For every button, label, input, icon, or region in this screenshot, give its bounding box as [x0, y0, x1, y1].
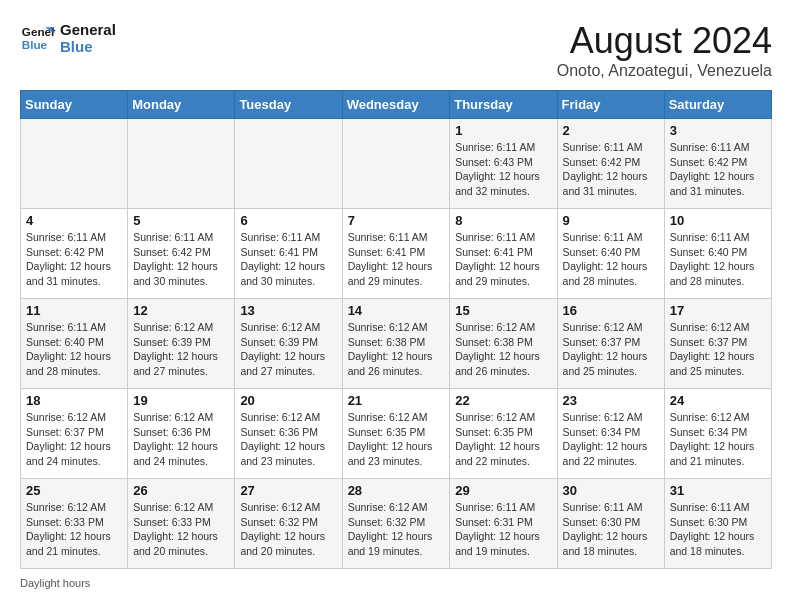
logo: General Blue General Blue: [20, 20, 116, 56]
day-detail: Sunrise: 6:12 AM Sunset: 6:35 PM Dayligh…: [455, 410, 551, 469]
day-number: 7: [348, 213, 445, 228]
day-cell: 16Sunrise: 6:12 AM Sunset: 6:37 PM Dayli…: [557, 299, 664, 389]
calendar-body: 1Sunrise: 6:11 AM Sunset: 6:43 PM Daylig…: [21, 119, 772, 569]
day-detail: Sunrise: 6:11 AM Sunset: 6:40 PM Dayligh…: [563, 230, 659, 289]
calendar-header: SundayMondayTuesdayWednesdayThursdayFrid…: [21, 91, 772, 119]
day-cell: 6Sunrise: 6:11 AM Sunset: 6:41 PM Daylig…: [235, 209, 342, 299]
day-detail: Sunrise: 6:12 AM Sunset: 6:36 PM Dayligh…: [133, 410, 229, 469]
title-area: August 2024 Onoto, Anzoategui, Venezuela: [557, 20, 772, 80]
header-cell-wednesday: Wednesday: [342, 91, 450, 119]
day-cell: 24Sunrise: 6:12 AM Sunset: 6:34 PM Dayli…: [664, 389, 771, 479]
header-cell-thursday: Thursday: [450, 91, 557, 119]
day-detail: Sunrise: 6:11 AM Sunset: 6:40 PM Dayligh…: [670, 230, 766, 289]
day-number: 18: [26, 393, 122, 408]
day-detail: Sunrise: 6:12 AM Sunset: 6:38 PM Dayligh…: [348, 320, 445, 379]
day-number: 25: [26, 483, 122, 498]
day-number: 30: [563, 483, 659, 498]
day-cell: 18Sunrise: 6:12 AM Sunset: 6:37 PM Dayli…: [21, 389, 128, 479]
day-number: 13: [240, 303, 336, 318]
day-cell: 9Sunrise: 6:11 AM Sunset: 6:40 PM Daylig…: [557, 209, 664, 299]
day-detail: Sunrise: 6:11 AM Sunset: 6:31 PM Dayligh…: [455, 500, 551, 559]
day-cell: 22Sunrise: 6:12 AM Sunset: 6:35 PM Dayli…: [450, 389, 557, 479]
day-number: 16: [563, 303, 659, 318]
day-number: 3: [670, 123, 766, 138]
day-cell: [342, 119, 450, 209]
day-detail: Sunrise: 6:12 AM Sunset: 6:35 PM Dayligh…: [348, 410, 445, 469]
day-number: 10: [670, 213, 766, 228]
day-number: 17: [670, 303, 766, 318]
day-number: 26: [133, 483, 229, 498]
day-cell: 31Sunrise: 6:11 AM Sunset: 6:30 PM Dayli…: [664, 479, 771, 569]
day-cell: 12Sunrise: 6:12 AM Sunset: 6:39 PM Dayli…: [128, 299, 235, 389]
week-row-1: 4Sunrise: 6:11 AM Sunset: 6:42 PM Daylig…: [21, 209, 772, 299]
day-detail: Sunrise: 6:12 AM Sunset: 6:33 PM Dayligh…: [133, 500, 229, 559]
header-cell-saturday: Saturday: [664, 91, 771, 119]
day-detail: Sunrise: 6:11 AM Sunset: 6:42 PM Dayligh…: [133, 230, 229, 289]
day-detail: Sunrise: 6:11 AM Sunset: 6:41 PM Dayligh…: [240, 230, 336, 289]
day-cell: 13Sunrise: 6:12 AM Sunset: 6:39 PM Dayli…: [235, 299, 342, 389]
day-detail: Sunrise: 6:12 AM Sunset: 6:34 PM Dayligh…: [563, 410, 659, 469]
calendar-table: SundayMondayTuesdayWednesdayThursdayFrid…: [20, 90, 772, 569]
header-cell-monday: Monday: [128, 91, 235, 119]
location-title: Onoto, Anzoategui, Venezuela: [557, 62, 772, 80]
week-row-3: 18Sunrise: 6:12 AM Sunset: 6:37 PM Dayli…: [21, 389, 772, 479]
day-detail: Sunrise: 6:12 AM Sunset: 6:38 PM Dayligh…: [455, 320, 551, 379]
day-number: 2: [563, 123, 659, 138]
day-number: 11: [26, 303, 122, 318]
day-cell: [128, 119, 235, 209]
day-cell: 21Sunrise: 6:12 AM Sunset: 6:35 PM Dayli…: [342, 389, 450, 479]
svg-text:Blue: Blue: [22, 38, 48, 51]
day-cell: 7Sunrise: 6:11 AM Sunset: 6:41 PM Daylig…: [342, 209, 450, 299]
day-cell: 17Sunrise: 6:12 AM Sunset: 6:37 PM Dayli…: [664, 299, 771, 389]
day-cell: 14Sunrise: 6:12 AM Sunset: 6:38 PM Dayli…: [342, 299, 450, 389]
day-detail: Sunrise: 6:11 AM Sunset: 6:41 PM Dayligh…: [455, 230, 551, 289]
day-number: 22: [455, 393, 551, 408]
day-number: 20: [240, 393, 336, 408]
day-detail: Sunrise: 6:11 AM Sunset: 6:42 PM Dayligh…: [26, 230, 122, 289]
day-cell: 5Sunrise: 6:11 AM Sunset: 6:42 PM Daylig…: [128, 209, 235, 299]
day-cell: 10Sunrise: 6:11 AM Sunset: 6:40 PM Dayli…: [664, 209, 771, 299]
day-detail: Sunrise: 6:12 AM Sunset: 6:39 PM Dayligh…: [240, 320, 336, 379]
logo-line1: General: [60, 21, 116, 38]
day-number: 19: [133, 393, 229, 408]
day-cell: 29Sunrise: 6:11 AM Sunset: 6:31 PM Dayli…: [450, 479, 557, 569]
day-cell: 3Sunrise: 6:11 AM Sunset: 6:42 PM Daylig…: [664, 119, 771, 209]
day-number: 23: [563, 393, 659, 408]
day-detail: Sunrise: 6:12 AM Sunset: 6:37 PM Dayligh…: [670, 320, 766, 379]
svg-text:General: General: [22, 25, 56, 38]
day-detail: Sunrise: 6:12 AM Sunset: 6:32 PM Dayligh…: [348, 500, 445, 559]
header-cell-friday: Friday: [557, 91, 664, 119]
day-number: 5: [133, 213, 229, 228]
day-detail: Sunrise: 6:11 AM Sunset: 6:42 PM Dayligh…: [563, 140, 659, 199]
month-title: August 2024: [557, 20, 772, 62]
day-number: 15: [455, 303, 551, 318]
day-number: 8: [455, 213, 551, 228]
day-number: 14: [348, 303, 445, 318]
day-number: 29: [455, 483, 551, 498]
day-number: 24: [670, 393, 766, 408]
day-cell: 8Sunrise: 6:11 AM Sunset: 6:41 PM Daylig…: [450, 209, 557, 299]
day-detail: Sunrise: 6:11 AM Sunset: 6:42 PM Dayligh…: [670, 140, 766, 199]
day-cell: [235, 119, 342, 209]
day-cell: 23Sunrise: 6:12 AM Sunset: 6:34 PM Dayli…: [557, 389, 664, 479]
day-cell: 2Sunrise: 6:11 AM Sunset: 6:42 PM Daylig…: [557, 119, 664, 209]
day-cell: 27Sunrise: 6:12 AM Sunset: 6:32 PM Dayli…: [235, 479, 342, 569]
day-cell: [21, 119, 128, 209]
day-detail: Sunrise: 6:12 AM Sunset: 6:33 PM Dayligh…: [26, 500, 122, 559]
day-detail: Sunrise: 6:11 AM Sunset: 6:40 PM Dayligh…: [26, 320, 122, 379]
day-detail: Sunrise: 6:11 AM Sunset: 6:30 PM Dayligh…: [670, 500, 766, 559]
day-detail: Sunrise: 6:12 AM Sunset: 6:36 PM Dayligh…: [240, 410, 336, 469]
day-detail: Sunrise: 6:12 AM Sunset: 6:37 PM Dayligh…: [26, 410, 122, 469]
day-number: 6: [240, 213, 336, 228]
header-cell-sunday: Sunday: [21, 91, 128, 119]
week-row-2: 11Sunrise: 6:11 AM Sunset: 6:40 PM Dayli…: [21, 299, 772, 389]
day-cell: 19Sunrise: 6:12 AM Sunset: 6:36 PM Dayli…: [128, 389, 235, 479]
day-number: 21: [348, 393, 445, 408]
day-number: 12: [133, 303, 229, 318]
day-number: 27: [240, 483, 336, 498]
day-cell: 1Sunrise: 6:11 AM Sunset: 6:43 PM Daylig…: [450, 119, 557, 209]
logo-icon: General Blue: [20, 20, 56, 56]
day-detail: Sunrise: 6:12 AM Sunset: 6:32 PM Dayligh…: [240, 500, 336, 559]
day-cell: 11Sunrise: 6:11 AM Sunset: 6:40 PM Dayli…: [21, 299, 128, 389]
day-cell: 4Sunrise: 6:11 AM Sunset: 6:42 PM Daylig…: [21, 209, 128, 299]
